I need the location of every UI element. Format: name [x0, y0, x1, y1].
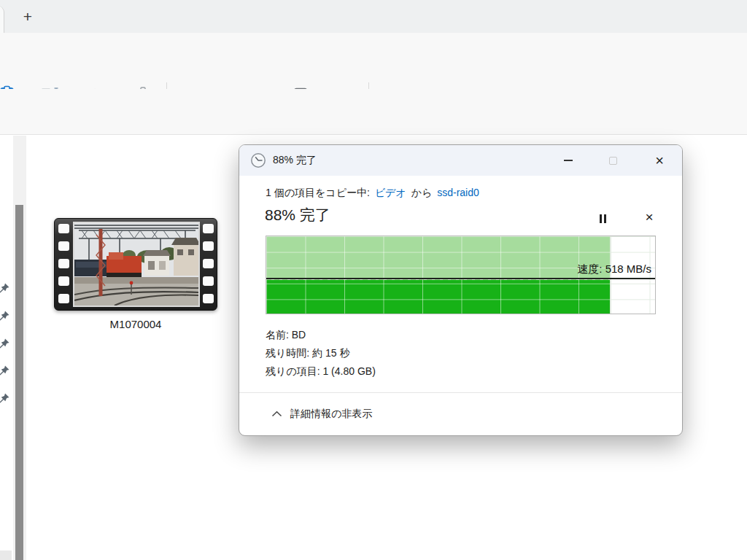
- copy-progress-dialog: 88% 完了 × 1 個の項目をコピー中: ビデオ から ssd-raid0 8…: [239, 144, 683, 436]
- speed-label: 速度: 518 MB/s: [577, 262, 651, 276]
- close-icon: ×: [655, 153, 664, 168]
- video-preview-image: [73, 222, 200, 307]
- minimize-button[interactable]: [552, 145, 584, 176]
- pin-icon: [0, 310, 10, 322]
- copy-status-connector: から: [411, 187, 433, 198]
- dialog-titlebar[interactable]: 88% 完了 ×: [239, 145, 682, 176]
- chevron-up-icon: [271, 411, 282, 417]
- pause-button[interactable]: [592, 209, 613, 228]
- cancel-copy-button[interactable]: ×: [639, 208, 659, 227]
- tab-bar: +: [0, 0, 747, 33]
- copy-destination-link[interactable]: ssd-raid0: [437, 187, 479, 198]
- speed-chart: 速度: 518 MB/s: [266, 236, 656, 314]
- detail-name: 名前: BD: [266, 326, 376, 344]
- pin-icon: [0, 282, 10, 295]
- pin-icon: [0, 365, 10, 377]
- clock-icon: [250, 152, 266, 168]
- maximize-icon: [609, 157, 617, 165]
- copy-source-link[interactable]: ビデオ: [375, 187, 406, 198]
- copy-status-prefix: 1 個の項目をコピー中:: [266, 187, 370, 198]
- toggle-details-button[interactable]: 詳細情報の非表示: [290, 408, 372, 421]
- dialog-title: 88% 完了: [273, 154, 317, 167]
- pause-icon: [600, 214, 602, 223]
- copy-details: 名前: BD 残り時間: 約 15 秒 残りの項目: 1 (4.80 GB): [266, 326, 376, 381]
- progress-percent-heading: 88% 完了: [265, 205, 330, 225]
- close-button[interactable]: ×: [643, 145, 676, 176]
- detail-time-remaining: 残り時間: 約 15 秒: [266, 344, 376, 362]
- nav-scrollbar-thumb[interactable]: [15, 205, 23, 560]
- statusbar-corner: [0, 551, 12, 560]
- active-tab-edge[interactable]: [0, 6, 4, 33]
- dialog-footer: 詳細情報の非表示: [239, 393, 682, 436]
- file-name-label[interactable]: M1070004: [54, 318, 217, 330]
- address-row: › AS5404T-605B › ssd-raid0: [0, 89, 747, 135]
- command-toolbar: A 並べ替え 表示: [0, 33, 747, 89]
- new-tab-button[interactable]: +: [18, 8, 38, 27]
- minimize-icon: [564, 160, 573, 161]
- pin-icon: [0, 392, 10, 405]
- speed-trace-line: [266, 278, 655, 279]
- video-file-thumbnail[interactable]: [54, 218, 217, 311]
- chart-grid-filled: [266, 236, 610, 314]
- maximize-button: [597, 145, 629, 176]
- pin-icon: [0, 338, 10, 350]
- copy-status-line: 1 個の項目をコピー中: ビデオ から ssd-raid0: [266, 187, 479, 200]
- detail-items-remaining: 残りの項目: 1 (4.80 GB): [266, 362, 376, 381]
